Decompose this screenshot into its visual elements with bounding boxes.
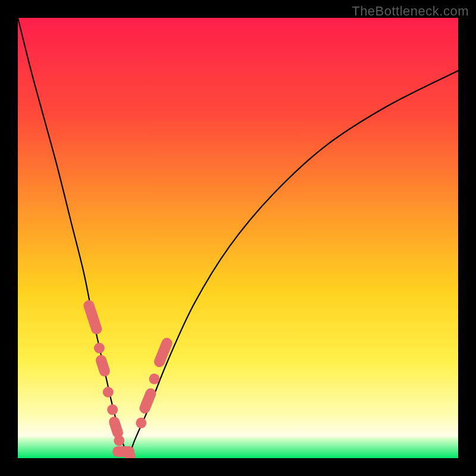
highlight-bead — [114, 435, 124, 446]
highlight-bead — [94, 343, 105, 353]
highlight-bead — [103, 387, 114, 397]
highlight-bead — [107, 405, 118, 415]
highlight-bead — [138, 387, 158, 415]
chart-frame: TheBottleneck.com — [0, 0, 476, 476]
plot-area — [18, 18, 458, 458]
watermark-text: TheBottleneck.com — [352, 4, 469, 19]
highlight-bead — [108, 415, 125, 440]
highlight-bead — [149, 374, 159, 384]
highlight-bead — [95, 353, 112, 378]
bottleneck-curve — [18, 18, 458, 458]
highlight-bead — [136, 418, 146, 428]
highlight-bead — [82, 299, 103, 336]
